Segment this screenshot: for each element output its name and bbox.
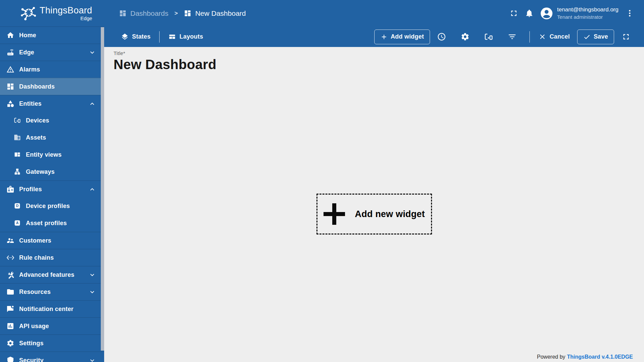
powered-by: Powered byThingsBoard v.4.1.0EDGE xyxy=(537,354,633,360)
breadcrumb-dashboards[interactable]: Dashboards xyxy=(119,9,168,17)
sidebar-scrollbar[interactable] xyxy=(101,27,104,362)
sidebar-item-label: Dashboards xyxy=(19,83,55,90)
sidebar-item-alarms[interactable]: Alarms xyxy=(0,61,104,78)
sidebar-item-advanced-features[interactable]: Advanced features xyxy=(0,266,104,283)
top-header: ThingsBoard Edge Dashboards > New Dashbo… xyxy=(0,0,644,27)
brand-edition: Edge xyxy=(40,15,92,21)
thingsboard-logo-icon xyxy=(19,4,37,22)
layouts-button[interactable]: Layouts xyxy=(165,30,206,43)
fullscreen-icon[interactable] xyxy=(506,6,521,21)
cancel-button[interactable]: Cancel xyxy=(535,30,573,43)
rule-chains-icon xyxy=(6,254,14,262)
entity-aliases-icon[interactable] xyxy=(481,29,497,45)
sidebar-item-label: Advanced features xyxy=(19,271,74,278)
sidebar-item-label: Edge xyxy=(19,49,34,56)
sidebar-item-label: Profiles xyxy=(19,186,42,193)
layouts-icon xyxy=(168,33,176,41)
security-shield-icon xyxy=(6,356,14,362)
dashboard-canvas: Title* New Dashboard Add new widget Powe… xyxy=(104,47,644,362)
plus-icon xyxy=(380,33,388,41)
sidebar-item-gateways[interactable]: Gateways xyxy=(0,163,104,180)
brand-logo[interactable]: ThingsBoard Edge xyxy=(0,4,104,22)
breadcrumb-label: New Dashboard xyxy=(195,9,246,17)
chevron-down-icon xyxy=(88,288,96,296)
sidebar-item-label: Rule chains xyxy=(19,254,54,261)
sidebar-item-device-profiles[interactable]: DDevice profiles xyxy=(0,198,104,215)
toolbar-divider xyxy=(159,31,160,43)
filter-icon[interactable] xyxy=(504,29,520,45)
sidebar-item-label: Asset profiles xyxy=(26,220,67,227)
device-profiles-letter-icon: D xyxy=(14,202,21,210)
title-field-label: Title* xyxy=(114,50,644,56)
brand-name: ThingsBoard xyxy=(40,5,92,16)
user-info[interactable]: tenant@thingsboard.org Tenant administra… xyxy=(557,6,618,20)
entity-views-icon xyxy=(14,151,21,159)
sidebar-item-notification-center[interactable]: Notification center xyxy=(0,300,104,317)
check-icon xyxy=(583,33,591,41)
add-new-widget-box[interactable]: Add new widget xyxy=(316,194,432,235)
sidebar-item-edge[interactable]: Edge xyxy=(0,44,104,61)
devices-icon xyxy=(14,117,21,125)
settings-gear-icon xyxy=(6,339,14,347)
sidebar-item-entities[interactable]: Entities xyxy=(0,95,104,112)
sidebar-item-label: Alarms xyxy=(19,66,40,73)
close-icon xyxy=(539,33,546,41)
resources-folder-icon xyxy=(6,288,14,296)
states-layers-icon xyxy=(121,33,129,41)
save-button[interactable]: Save xyxy=(577,30,614,44)
sidebar-item-asset-profiles[interactable]: AAsset profiles xyxy=(0,215,104,232)
sidebar-item-rule-chains[interactable]: Rule chains xyxy=(0,249,104,266)
advanced-features-icon xyxy=(6,271,14,279)
sidebar-item-devices[interactable]: Devices xyxy=(0,112,104,129)
states-button[interactable]: States xyxy=(118,30,154,43)
gateways-lan-icon xyxy=(14,168,21,176)
sidebar-item-label: Device profiles xyxy=(26,203,70,210)
fullscreen-icon[interactable] xyxy=(618,29,634,45)
sidebar-item-label: Settings xyxy=(19,340,44,347)
customers-icon xyxy=(6,237,14,245)
user-role: Tenant administrator xyxy=(557,14,618,20)
chevron-up-icon xyxy=(88,100,96,108)
sidebar-item-label: Home xyxy=(19,32,36,39)
sidebar-item-assets[interactable]: Assets xyxy=(0,129,104,146)
dashboard-title-block: Title* New Dashboard xyxy=(114,50,644,72)
sidebar-item-label: Entities xyxy=(19,100,42,107)
sidebar-item-label: Gateways xyxy=(26,168,55,175)
more-vert-icon[interactable] xyxy=(622,6,637,21)
chevron-up-icon xyxy=(88,186,96,193)
scrollbar-thumb[interactable] xyxy=(101,27,104,351)
notifications-bell-icon[interactable] xyxy=(521,6,537,21)
dashboard-settings-gear-icon[interactable] xyxy=(457,29,473,45)
dashboard-toolbar: States Layouts Add widget xyxy=(104,27,644,47)
assets-building-icon xyxy=(14,134,21,142)
sidebar-item-dashboards[interactable]: Dashboards xyxy=(0,78,104,95)
sidebar-item-profiles[interactable]: Profiles xyxy=(0,180,104,198)
sidebar-item-settings[interactable]: Settings xyxy=(0,334,104,352)
sidebar-item-label: Customers xyxy=(19,237,51,244)
chevron-down-icon xyxy=(88,271,96,279)
add-widget-button[interactable]: Add widget xyxy=(374,30,430,44)
svg-text:A: A xyxy=(16,221,19,225)
sidebar-item-home[interactable]: Home xyxy=(0,27,104,44)
sidebar-item-security[interactable]: Security xyxy=(0,352,104,362)
sidebar-item-entity-views[interactable]: Entity views xyxy=(0,146,104,163)
version-link[interactable]: ThingsBoard v.4.1.0EDGE xyxy=(567,354,633,360)
dashboards-icon xyxy=(119,9,127,17)
entities-category-icon xyxy=(6,100,14,108)
header-actions: tenant@thingsboard.org Tenant administra… xyxy=(506,6,644,21)
time-window-clock-icon[interactable] xyxy=(434,29,450,45)
edge-router-icon xyxy=(6,48,14,56)
sidebar-item-label: API usage xyxy=(19,323,49,330)
sidebar-item-resources[interactable]: Resources xyxy=(0,283,104,300)
sidebar-item-api-usage[interactable]: API usage xyxy=(0,317,104,334)
account-circle-icon[interactable] xyxy=(540,6,554,20)
breadcrumb-separator: > xyxy=(174,10,178,17)
sidebar-item-label: Entity views xyxy=(26,151,61,158)
dashboard-title[interactable]: New Dashboard xyxy=(114,57,644,72)
chevron-down-icon xyxy=(88,49,96,56)
sidebar-item-customers[interactable]: Customers xyxy=(0,232,104,249)
alarms-warning-icon xyxy=(6,65,14,73)
notification-center-icon xyxy=(6,305,14,313)
toolbar-divider xyxy=(529,31,530,43)
svg-text:D: D xyxy=(16,204,19,208)
